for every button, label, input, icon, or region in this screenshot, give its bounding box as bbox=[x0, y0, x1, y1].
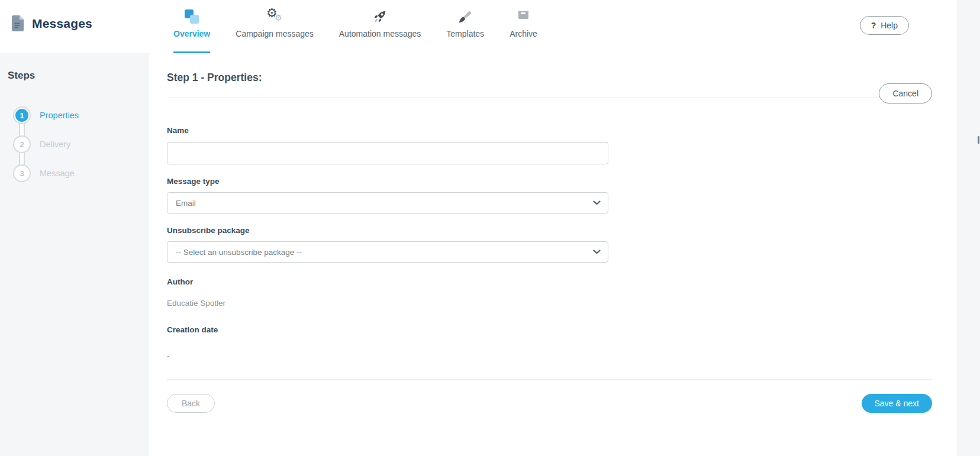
tab-label: Overview bbox=[173, 29, 210, 38]
footer-divider bbox=[167, 379, 932, 380]
tab-label: Automation messages bbox=[339, 29, 421, 38]
brand: Messages bbox=[12, 15, 92, 31]
step-message: 3 Message bbox=[13, 164, 79, 182]
page-title: Messages bbox=[32, 17, 92, 31]
step-label: Message bbox=[40, 169, 75, 178]
messages-page: Messages Overview ⚙⚙ Campaign messages bbox=[0, 0, 980, 456]
creation-date-value: - bbox=[167, 351, 932, 361]
unsubscribe-package-select-wrap: -- Select an unsubscribe package -- bbox=[167, 241, 608, 263]
help-label: Help bbox=[881, 21, 898, 30]
rocket-icon bbox=[372, 9, 388, 25]
steps-list: 1 Properties 2 Delivery 3 Message bbox=[13, 106, 79, 193]
step-heading: Step 1 - Properties: bbox=[167, 70, 932, 85]
help-button[interactable]: ? Help bbox=[860, 16, 909, 35]
tab-campaign-messages[interactable]: ⚙⚙ Campaign messages bbox=[236, 0, 314, 53]
cancel-button[interactable]: Cancel bbox=[879, 83, 932, 104]
steps-title: Steps bbox=[8, 70, 35, 82]
creation-date-label: Creation date bbox=[167, 325, 932, 335]
tab-overview[interactable]: Overview bbox=[173, 0, 210, 53]
tab-templates[interactable]: Templates bbox=[446, 0, 484, 53]
heading-divider bbox=[167, 98, 932, 98]
main-tabs: Overview ⚙⚙ Campaign messages bbox=[173, 0, 537, 53]
unsubscribe-package-select[interactable]: -- Select an unsubscribe package -- bbox=[167, 241, 608, 263]
tab-label: Campaign messages bbox=[236, 29, 314, 38]
name-input[interactable] bbox=[167, 142, 608, 164]
tab-archive[interactable]: Archive bbox=[510, 0, 537, 53]
brush-icon bbox=[457, 9, 473, 25]
document-icon bbox=[12, 15, 24, 31]
step-label: Delivery bbox=[40, 140, 70, 149]
save-next-button[interactable]: Save & next bbox=[862, 394, 933, 413]
unsubscribe-package-label: Unsubscribe package bbox=[167, 225, 932, 235]
message-type-label: Message type bbox=[167, 176, 932, 186]
header: Messages Overview ⚙⚙ Campaign messages bbox=[0, 0, 957, 53]
back-button[interactable]: Back bbox=[167, 394, 215, 413]
question-mark-icon: ? bbox=[871, 21, 876, 30]
scrollbar-thumb[interactable] bbox=[978, 136, 979, 144]
message-type-select-wrap: Email bbox=[167, 192, 608, 214]
archive-icon bbox=[515, 9, 531, 25]
steps-sidebar: Steps 1 Properties 2 Delivery 3 Message bbox=[0, 53, 149, 456]
overview-icon bbox=[183, 9, 200, 25]
tab-label: Archive bbox=[510, 29, 537, 38]
author-label: Author bbox=[167, 277, 932, 287]
step-circle: 1 bbox=[13, 106, 31, 124]
tab-automation-messages[interactable]: Automation messages bbox=[339, 0, 421, 53]
step-label: Properties bbox=[40, 111, 79, 120]
step-circle: 3 bbox=[13, 164, 31, 182]
name-label: Name bbox=[167, 125, 932, 135]
gears-icon: ⚙⚙ bbox=[266, 9, 283, 25]
tab-label: Templates bbox=[446, 29, 484, 38]
content-card: Step 1 - Properties: Cancel Name Message… bbox=[149, 53, 957, 456]
step-properties[interactable]: 1 Properties bbox=[13, 106, 79, 124]
step-delivery: 2 Delivery bbox=[13, 135, 79, 153]
message-type-select[interactable]: Email bbox=[167, 192, 608, 214]
author-value: Educatie Spotler bbox=[167, 299, 932, 308]
step-circle: 2 bbox=[13, 135, 31, 153]
